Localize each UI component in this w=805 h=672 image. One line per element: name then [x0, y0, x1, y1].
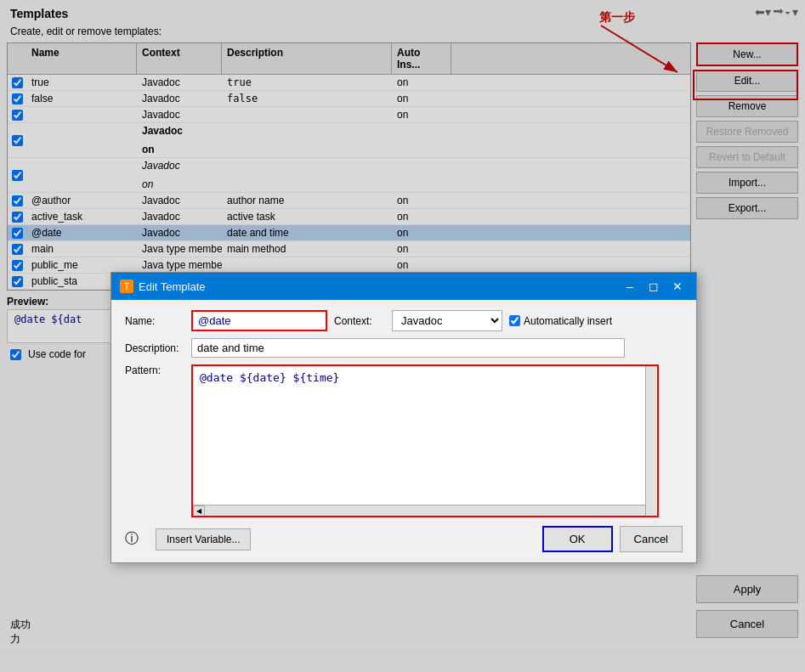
- context-field-label: Context:: [334, 315, 385, 327]
- dialog-controls: – ◻ ✕: [620, 278, 688, 295]
- help-area: ⓘ: [125, 530, 139, 548]
- dialog-close-button[interactable]: ✕: [667, 278, 688, 295]
- dialog-body: Name: Context: Javadoc Java HTML XML CSS…: [111, 300, 696, 562]
- dialog-restore-button[interactable]: ◻: [643, 278, 664, 295]
- context-select[interactable]: Javadoc Java HTML XML CSS: [392, 310, 502, 331]
- dialog-title: Edit Template: [139, 280, 206, 293]
- pattern-row: Pattern: @date ${date} ${time} ◀ ▶: [125, 364, 683, 517]
- auto-insert-check-row: Automatically insert: [509, 315, 612, 327]
- dialog-title-left: T Edit Template: [120, 280, 206, 293]
- name-input[interactable]: [191, 310, 327, 331]
- insert-var-area: Insert Variable...: [139, 528, 542, 551]
- pattern-textarea[interactable]: @date ${date} ${time}: [193, 366, 657, 502]
- edit-template-dialog: T Edit Template – ◻ ✕ Name: Context: Jav…: [111, 272, 697, 563]
- name-context-row: Name: Context: Javadoc Java HTML XML CSS…: [125, 310, 683, 331]
- scroll-left-arrow[interactable]: ◀: [193, 505, 205, 517]
- dialog-titlebar: T Edit Template – ◻ ✕: [111, 273, 696, 300]
- dialog-ok-cancel-buttons: OK Cancel: [542, 526, 683, 552]
- description-input[interactable]: [191, 338, 625, 358]
- dialog-cancel-button[interactable]: Cancel: [620, 526, 683, 552]
- dialog-bottom-row: ⓘ Insert Variable... OK Cancel: [125, 526, 683, 552]
- description-field-label: Description:: [125, 342, 184, 354]
- pattern-textarea-wrapper: @date ${date} ${time} ◀ ▶: [191, 364, 659, 517]
- dialog-minimize-button[interactable]: –: [620, 278, 640, 295]
- name-field-label: Name:: [125, 315, 184, 327]
- pattern-field-label: Pattern:: [125, 364, 184, 376]
- help-icon[interactable]: ⓘ: [125, 531, 139, 545]
- dialog-icon: T: [120, 280, 133, 293]
- description-row: Description:: [125, 338, 683, 358]
- bottom-scrollbar: ◀ ▶: [193, 505, 657, 517]
- auto-insert-checkbox[interactable]: [509, 315, 520, 326]
- dialog-ok-button[interactable]: OK: [542, 526, 613, 552]
- pattern-scrollbar[interactable]: [645, 366, 657, 516]
- auto-insert-label: Automatically insert: [524, 315, 612, 327]
- insert-variable-button[interactable]: Insert Variable...: [156, 528, 251, 551]
- scroll-track: [205, 505, 645, 517]
